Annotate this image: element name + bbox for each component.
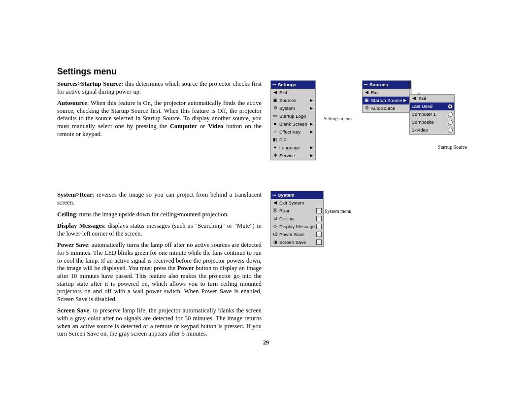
menu-row-icon: ◧: [272, 137, 278, 142]
menu-row-icon: ■: [272, 121, 278, 127]
menu-row-label: Display Message: [279, 224, 315, 230]
menu-row-label: PiP: [279, 137, 314, 143]
menu-row-icon: ▭: [272, 113, 278, 119]
menu-row[interactable]: ⚙System▶: [271, 104, 315, 112]
bold: Ceiling: [57, 211, 76, 218]
menu-row-label: System: [279, 105, 308, 111]
columns: Sources>Startup Source: this determines …: [57, 80, 476, 342]
checkbox[interactable]: [316, 208, 322, 213]
menu-row[interactable]: ◑Screen Save: [271, 239, 323, 246]
menu-row[interactable]: ●Language▶: [271, 144, 315, 152]
menu-startup-source-submenu: ◀ExitLast UsedComputer 1CompositeS-Video: [409, 94, 455, 135]
menu-title: •••System: [271, 191, 323, 199]
arrow-right-icon: ▶: [310, 153, 314, 158]
checkbox[interactable]: [316, 232, 322, 237]
bold: Power Save: [57, 241, 88, 248]
menu-row[interactable]: ⏻Power Save: [271, 231, 323, 239]
submenu-row[interactable]: Last Used: [410, 103, 454, 110]
menu-row[interactable]: ◀Exit System: [271, 199, 323, 207]
arrow-right-icon: ▶: [310, 145, 314, 150]
menu-title-label: Sources: [369, 82, 388, 88]
menu-title: •••Sources: [363, 81, 409, 89]
menu-title-label: System: [278, 192, 295, 198]
figure-system-menu: •••System◀Exit SystemⓇRear⊡Ceiling◇Displ…: [270, 191, 324, 247]
bold: Sources>Startup Source:: [57, 80, 123, 87]
menu-row[interactable]: ⊡Ceiling: [271, 215, 323, 223]
menu-row[interactable]: ▣Startup Source▶: [363, 97, 409, 104]
menu-row-label: Startup Source: [371, 98, 402, 103]
menu-row-label: Effect Key: [279, 129, 308, 135]
menu-row-icon: ◑: [272, 240, 278, 245]
checkbox[interactable]: [316, 240, 322, 245]
para-autosource: Autosource: When this feature is On, the…: [57, 100, 262, 138]
bold: Power: [177, 265, 194, 272]
submenu-row-label: Last Used: [411, 103, 445, 109]
radio[interactable]: [448, 112, 453, 117]
menu-row[interactable]: ◀Exit: [271, 89, 315, 97]
menu-row-icon: ⚙: [364, 105, 369, 111]
arrow-right-icon: ▶: [310, 106, 314, 111]
menu-settings: •••Settings◀Exit▣Sources▶⚙System▶▭Startu…: [270, 80, 316, 160]
arrow-right-icon: ▶: [310, 122, 314, 127]
menu-row[interactable]: ☆Effect Key▶: [271, 128, 315, 136]
para-display-messages: Display Messages: displays status messag…: [57, 222, 262, 238]
caption-startup-source: Startup Source: [438, 144, 467, 151]
submenu-row[interactable]: Composite: [410, 118, 454, 126]
menu-row-icon: ◇: [272, 224, 278, 229]
para-power-save: Power Save: automatically turns the lamp…: [57, 241, 262, 303]
submenu-row[interactable]: S-Video: [410, 126, 454, 134]
menu-row-label: Sources: [279, 98, 308, 103]
submenu-row-label: Composite: [411, 119, 445, 125]
menu-row[interactable]: ◀Exit: [363, 89, 409, 97]
menu-row-label: AutoSource: [371, 105, 407, 111]
radio[interactable]: [448, 120, 453, 125]
menu-row-label: Service: [279, 153, 308, 159]
menu-row-icon: ▣: [364, 98, 369, 103]
menu-dots-icon: •••: [364, 82, 367, 87]
menu-row[interactable]: ⚙AutoSource: [363, 104, 409, 112]
menu-title: •••Settings: [271, 81, 315, 89]
checkbox[interactable]: [316, 224, 322, 229]
body-text-column: Sources>Startup Source: this determines …: [57, 80, 262, 342]
menu-row-icon: ◀: [272, 200, 278, 206]
bold: System>Rear: [57, 191, 93, 198]
caption-system: System menu: [325, 208, 351, 215]
menu-row-icon: ◀: [272, 90, 278, 95]
submenu-row-label: Exit: [418, 96, 453, 102]
menu-row-icon: ◀: [411, 96, 417, 101]
arrow-right-icon: ▶: [403, 98, 407, 103]
menu-row-label: Exit: [279, 90, 314, 96]
checkbox[interactable]: [316, 216, 322, 221]
menu-row[interactable]: ▣Sources▶: [271, 97, 315, 104]
menu-sources-expanded: •••Sources◀Exit▣Startup Source▶⚙AutoSour…: [362, 80, 409, 113]
submenu-row[interactable]: Computer 1: [410, 110, 454, 118]
menu-row-icon: ⏻: [272, 232, 278, 237]
menu-row[interactable]: ◇Display Message: [271, 223, 323, 231]
menu-row[interactable]: ◧PiP: [271, 136, 315, 144]
menu-row-icon: ●: [272, 145, 278, 150]
bold: Video: [208, 123, 223, 130]
submenu-row[interactable]: ◀Exit: [410, 95, 454, 103]
menu-dots-icon: •••: [272, 82, 276, 87]
menu-row[interactable]: ■Blank Screen▶: [271, 120, 315, 128]
radio[interactable]: [448, 104, 453, 109]
menu-row-label: Blank Screen: [279, 121, 308, 127]
menu-system: •••System◀Exit SystemⓇRear⊡Ceiling◇Displ…: [270, 191, 324, 247]
menu-dots-icon: •••: [272, 193, 276, 198]
para-ceiling: Ceiling: turns the image upside down for…: [57, 211, 262, 219]
menu-row[interactable]: ⓇRear: [271, 207, 323, 215]
menu-row[interactable]: ▭Startup Logo: [271, 112, 315, 120]
arrow-right-icon: ▶: [310, 98, 314, 103]
bold: Display Messages: [57, 222, 104, 229]
menu-row-icon: ✚: [272, 153, 278, 158]
submenu-row-label: Computer 1: [411, 111, 445, 117]
menu-row[interactable]: ✚Service▶: [271, 152, 315, 160]
menu-row-icon: ☆: [272, 129, 278, 135]
menu-row-icon: ⊡: [272, 216, 278, 221]
menu-row-label: Rear: [279, 208, 315, 214]
menu-row-label: Language: [279, 145, 308, 151]
menu-row-icon: ◀: [364, 90, 369, 95]
radio[interactable]: [448, 128, 453, 133]
para-startup-source: Sources>Startup Source: this determines …: [57, 80, 262, 96]
para-screen-save: Screen Save: to preserve lamp life, the …: [57, 307, 262, 338]
